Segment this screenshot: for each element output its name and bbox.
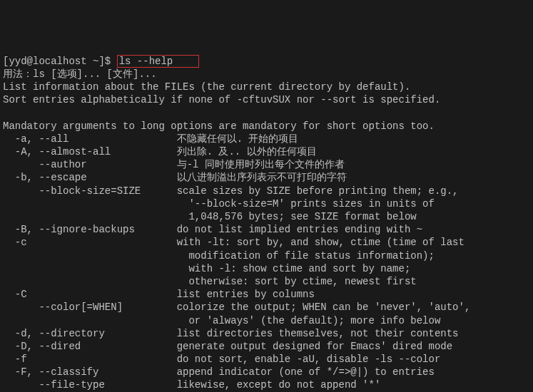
output-line: --author 与-l 同时使用时列出每个文件的作者 (3, 159, 345, 170)
output-line: -f do not sort, enable -aU, disable -ls … (3, 354, 440, 365)
output-line: 用法：ls [选项]... [文件]... (3, 68, 157, 80)
output-line: -B, --ignore-backups do not list implied… (3, 224, 422, 235)
output-line: -C list entries by columns (3, 289, 315, 300)
output-line: -b, --escape 以八进制溢出序列表示不可打印的字符 (3, 172, 347, 183)
output-line: modification of file status information)… (3, 250, 435, 262)
output-line: Mandatory arguments to long options are … (3, 120, 435, 132)
output-line: --block-size=SIZE scale sizes by SIZE be… (3, 185, 459, 197)
output-line: -A, --almost-all 列出除. 及.. 以外的任何项目 (3, 146, 317, 158)
output-line: -c with -lt: sort by, and show, ctime (t… (3, 237, 465, 248)
output-line: with -l: show ctime and sort by name; (3, 263, 410, 274)
output-line: Sort entries alphabetically if none of -… (3, 94, 440, 105)
output-line: -D, --dired generate output designed for… (3, 341, 452, 352)
output-line: -F, --classify append indicator (one of … (3, 366, 435, 378)
terminal-window[interactable]: [yyd@localhost ~]$ ls --help 用法：ls [选项].… (3, 55, 530, 392)
shell-prompt: [yyd@localhost ~]$ (3, 56, 117, 67)
output-line: -a, --all 不隐藏任何以. 开始的项目 (3, 133, 298, 145)
output-line: --color[=WHEN] colorize the output; WHEN… (3, 301, 470, 313)
output-line: -d, --directory list directories themsel… (3, 328, 459, 339)
output-line: 1,048,576 bytes; see SIZE format below (3, 211, 417, 222)
output-line: or 'always' (the default); more info bel… (3, 315, 440, 326)
output-line: List information about the FILEs (the cu… (3, 81, 410, 93)
output-line: '--block-size=M' prints sizes in units o… (3, 198, 435, 210)
output-line: --file-type likewise, except do not appe… (3, 379, 380, 391)
command-highlight: ls --help (117, 55, 199, 68)
output-line: otherwise: sort by ctime, newest first (3, 276, 417, 287)
command-text: ls --help (119, 56, 173, 67)
